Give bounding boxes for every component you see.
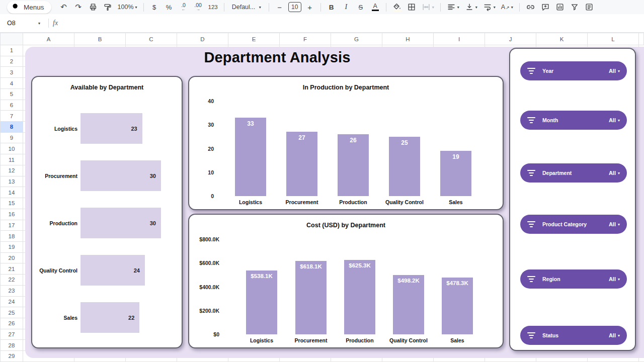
column-header-f[interactable]: F — [280, 33, 331, 45]
text-rotation-button[interactable]: A ↗ ▾ — [500, 1, 515, 13]
chart-cost-by-department[interactable]: Cost (USD) by Department $800.0K$600.0K$… — [188, 214, 504, 348]
chart-icon — [555, 3, 565, 12]
row-header-19[interactable]: 19 — [0, 242, 23, 253]
row-header-24[interactable]: 24 — [0, 297, 23, 308]
bar-category-label: Sales — [431, 199, 481, 205]
row-headers: 1234567891011121314151617181920212223242… — [0, 45, 23, 362]
slicer-year[interactable]: YearAll▾ — [520, 61, 627, 80]
currency-format-button[interactable]: $ — [148, 1, 160, 13]
borders-button[interactable] — [406, 1, 418, 13]
chart-available-by-department[interactable]: Available by Department Logistics23Procu… — [31, 76, 183, 348]
text-wrap-button[interactable]: ▾ — [481, 1, 497, 13]
slicer-region[interactable]: RegionAll▾ — [520, 269, 627, 289]
row-header-4[interactable]: 4 — [0, 78, 23, 89]
row-header-9[interactable]: 9 — [0, 133, 23, 144]
bar-category-label: Logistics — [236, 337, 287, 343]
column-header-partial[interactable] — [639, 33, 644, 45]
merge-cells-button[interactable]: ▾ — [420, 1, 436, 13]
redo-button[interactable]: ↷ — [72, 1, 85, 13]
row-header-16[interactable]: 16 — [0, 209, 23, 220]
increase-decimal-button[interactable]: .00 → — [192, 1, 204, 13]
row-header-22[interactable]: 22 — [0, 275, 23, 286]
slicer-value: All — [609, 332, 616, 338]
column-header-b[interactable]: B — [74, 33, 126, 45]
chevron-down-icon: ▾ — [618, 277, 620, 282]
column-header-i[interactable]: I — [434, 33, 485, 45]
slicer-department[interactable]: DepartmentAll▾ — [520, 163, 627, 183]
font-family-select[interactable]: Defaul... ▾ — [229, 1, 264, 13]
row-header-10[interactable]: 10 — [0, 143, 23, 154]
row-header-11[interactable]: 11 — [0, 154, 23, 165]
paint-format-button[interactable] — [102, 1, 114, 13]
column-header-h[interactable]: H — [382, 33, 434, 45]
fill-color-button[interactable] — [391, 1, 403, 13]
bold-button[interactable]: B — [326, 1, 338, 13]
row-header-8[interactable]: 8 — [0, 122, 23, 133]
column-header-j[interactable]: J — [485, 33, 536, 45]
zoom-select[interactable]: 100% ▾ — [116, 1, 139, 13]
insert-comment-button[interactable] — [539, 1, 551, 13]
column-header-d[interactable]: D — [177, 33, 228, 45]
slicer-month[interactable]: MonthAll▾ — [520, 111, 627, 130]
row-header-14[interactable]: 14 — [0, 187, 23, 198]
bar-category-label: Sales — [432, 337, 482, 343]
column-header-e[interactable]: E — [228, 33, 280, 45]
slicer-status[interactable]: StatusAll▾ — [520, 326, 627, 345]
row-header-28[interactable]: 28 — [0, 340, 23, 351]
row-header-15[interactable]: 15 — [0, 198, 23, 209]
italic-button[interactable]: I — [340, 1, 352, 13]
decrease-font-size-button[interactable]: − — [274, 1, 286, 13]
bar-quality-control: 25 — [389, 137, 420, 196]
insert-chart-button[interactable] — [554, 1, 566, 13]
percent-format-button[interactable]: % — [163, 1, 175, 13]
column-header-g[interactable]: G — [331, 33, 382, 45]
decrease-decimal-button[interactable]: .0 ← — [178, 1, 190, 13]
more-formats-button[interactable]: 123 — [207, 1, 219, 13]
row-header-5[interactable]: 5 — [0, 89, 23, 100]
row-header-18[interactable]: 18 — [0, 231, 23, 242]
row-header-25[interactable]: 25 — [0, 307, 23, 318]
create-filter-button[interactable] — [569, 1, 581, 13]
font-size-input[interactable]: 10 — [288, 2, 301, 12]
row-header-27[interactable]: 27 — [0, 329, 23, 340]
print-button[interactable] — [87, 1, 99, 13]
text-color-button[interactable]: A — [369, 1, 381, 13]
increase-font-size-button[interactable]: + — [304, 1, 316, 13]
insert-link-button[interactable] — [524, 1, 537, 13]
row-header-29[interactable]: 29 — [0, 351, 23, 362]
vertical-align-button[interactable]: ▾ — [463, 1, 479, 13]
y-axis-tick-label: 40 — [194, 98, 214, 104]
row-header-2[interactable]: 2 — [0, 56, 23, 67]
row-header-21[interactable]: 21 — [0, 263, 23, 275]
slicer-product-category[interactable]: Product CategoryAll▾ — [520, 215, 627, 234]
row-header-23[interactable]: 23 — [0, 286, 23, 297]
row-header-7[interactable]: 7 — [0, 111, 23, 122]
column-header-c[interactable]: C — [126, 33, 177, 45]
name-box[interactable]: O8 ▾ — [0, 20, 44, 27]
row-header-17[interactable]: 17 — [0, 220, 23, 231]
bar-category-label: Production — [328, 199, 378, 205]
y-axis-tick-label: $600.0K — [193, 260, 219, 266]
column-header-l[interactable]: L — [588, 33, 639, 45]
y-axis-tick-label: 30 — [194, 122, 214, 128]
column-header-k[interactable]: K — [536, 33, 588, 45]
row-header-20[interactable]: 20 — [0, 253, 23, 264]
undo-button[interactable]: ↶ — [58, 1, 70, 13]
select-all-corner[interactable] — [0, 33, 23, 45]
chart-in-production-by-department[interactable]: In Production by Department 40302010033L… — [188, 76, 504, 210]
bar-category-label: Procurement — [32, 160, 77, 191]
row-header-26[interactable]: 26 — [0, 318, 23, 329]
row-header-13[interactable]: 13 — [0, 176, 23, 188]
column-header-a[interactable]: A — [23, 33, 74, 45]
row-header-1[interactable]: 1 — [0, 45, 23, 56]
column-headers: ABCDEFGHIJKL — [0, 33, 644, 45]
row-header-3[interactable]: 3 — [0, 67, 23, 78]
row-header-6[interactable]: 6 — [0, 100, 23, 111]
dashboard-title: Department Analysis — [25, 49, 529, 66]
functions-button[interactable] — [583, 1, 595, 13]
menus-button[interactable]: Menus — [7, 1, 51, 14]
slicer-value: All — [609, 117, 616, 123]
strikethrough-button[interactable]: S — [355, 1, 367, 13]
horizontal-align-button[interactable]: ▾ — [445, 1, 461, 13]
row-header-12[interactable]: 12 — [0, 165, 23, 176]
